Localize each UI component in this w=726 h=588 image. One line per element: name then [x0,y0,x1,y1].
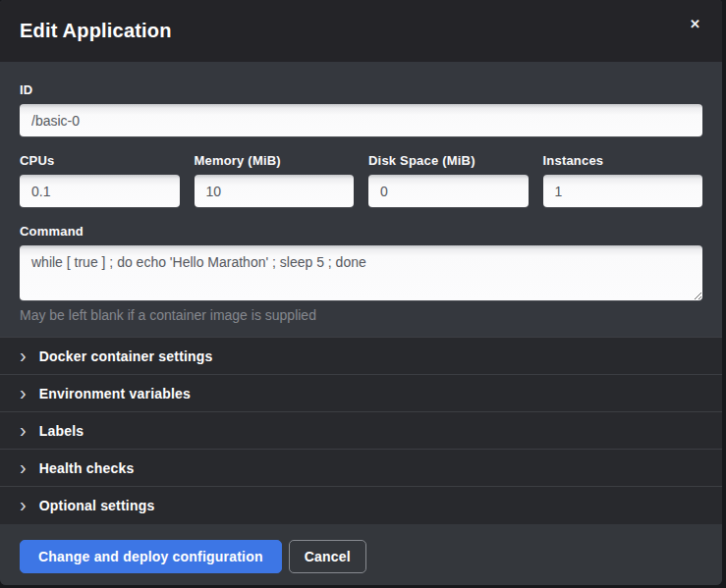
modal-header: Edit Application ✕ [0,0,722,62]
edit-application-modal: Edit Application ✕ ID CPUs Memory (MiB) … [0,0,722,585]
section-health-checks[interactable]: › Health checks [0,450,722,487]
section-environment-variables[interactable]: › Environment variables [0,375,722,412]
memory-field-group: Memory (MiB) [195,153,355,207]
section-label: Labels [39,423,84,439]
resource-field-row: CPUs Memory (MiB) Disk Space (MiB) Insta… [20,153,702,207]
command-label: Command [20,224,702,239]
cpus-input[interactable] [20,175,180,207]
section-optional-settings[interactable]: › Optional settings [0,487,722,524]
id-label: ID [20,82,702,97]
id-field-group: ID [20,82,702,136]
modal-footer: Change and deploy configuration Cancel [0,524,722,585]
application-form: ID CPUs Memory (MiB) Disk Space (MiB) In… [0,62,722,337]
change-and-deploy-button[interactable]: Change and deploy configuration [20,540,282,573]
collapsible-sections: › Docker container settings › Environmen… [0,337,722,524]
memory-label: Memory (MiB) [195,153,355,168]
instances-label: Instances [543,153,703,168]
section-label: Optional settings [39,498,155,513]
command-textarea[interactable]: while [ true ] ; do echo 'Hello Marathon… [20,245,702,300]
section-label: Docker container settings [39,348,213,364]
disk-space-field-group: Disk Space (MiB) [368,153,529,207]
section-labels[interactable]: › Labels [0,412,722,450]
id-input[interactable] [20,104,702,136]
disk-space-input[interactable] [368,175,529,207]
close-icon: ✕ [690,17,700,31]
instances-input[interactable] [543,175,703,207]
section-label: Health checks [39,460,135,476]
cpus-label: CPUs [20,153,180,168]
command-help-text: May be left blank if a container image i… [20,307,702,323]
command-field-group: Command while [ true ] ; do echo 'Hello … [20,224,702,323]
cpus-field-group: CPUs [20,153,180,207]
close-button[interactable]: ✕ [688,14,702,34]
cancel-button[interactable]: Cancel [289,540,366,573]
instances-field-group: Instances [543,153,703,207]
memory-input[interactable] [195,175,355,207]
disk-space-label: Disk Space (MiB) [368,153,529,168]
section-label: Environment variables [39,386,191,401]
section-docker-container-settings[interactable]: › Docker container settings [0,338,722,375]
modal-title: Edit Application [20,20,172,42]
